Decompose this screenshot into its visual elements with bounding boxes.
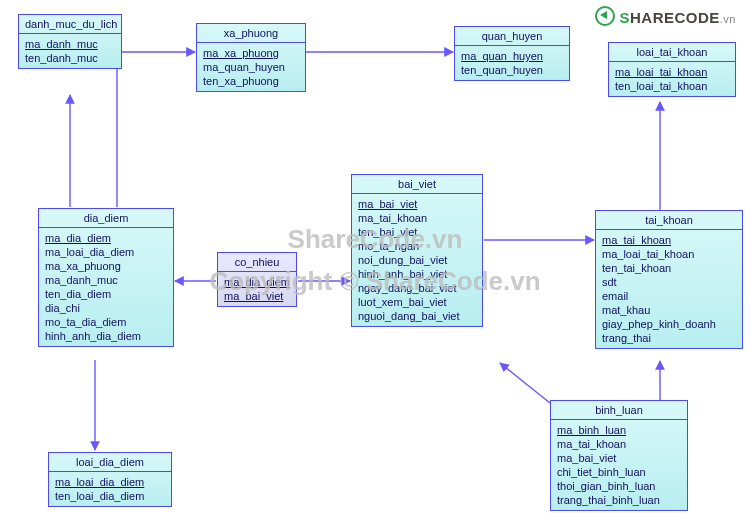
- entity-title: xa_phuong: [197, 24, 305, 43]
- entity-tai-khoan: tai_khoan ma_tai_khoan ma_loai_tai_khoan…: [595, 210, 743, 349]
- entity-title: co_nhieu: [218, 253, 296, 272]
- attr: ma_xa_phuong: [45, 259, 167, 273]
- entity-xa-phuong: xa_phuong ma_xa_phuong ma_quan_huyen ten…: [196, 23, 306, 92]
- attr: hinh_anh_dia_diem: [45, 329, 167, 343]
- attr: trang_thai: [602, 331, 736, 345]
- entity-title: quan_huyen: [455, 27, 569, 46]
- attr: ma_tai_khoan: [358, 211, 476, 225]
- attr: ma_loai_tai_khoan: [602, 247, 736, 261]
- entity-body: ma_dia_diem ma_bai_viet: [218, 272, 296, 306]
- entity-body: ma_dia_diem ma_loai_dia_diem ma_xa_phuon…: [39, 228, 173, 346]
- entity-body: ma_loai_dia_diem ten_loai_dia_diem: [49, 472, 171, 506]
- attr: mo_ta_ngan: [358, 239, 476, 253]
- attr: giay_phep_kinh_doanh: [602, 317, 736, 331]
- entity-title: bai_viet: [352, 175, 482, 194]
- attr: ten_loai_dia_diem: [55, 489, 165, 503]
- attr: trang_thai_binh_luan: [557, 493, 681, 507]
- attr: ma_tai_khoan: [557, 437, 681, 451]
- entity-co-nhieu: co_nhieu ma_dia_diem ma_bai_viet: [217, 252, 297, 307]
- attr: ten_danh_muc: [25, 51, 115, 65]
- attr: ten_dia_diem: [45, 287, 167, 301]
- entity-title: danh_muc_du_lich: [19, 15, 121, 34]
- attr: ma_tai_khoan: [602, 233, 736, 247]
- attr: ngay_dang_bai_viet: [358, 281, 476, 295]
- entity-title: binh_luan: [551, 401, 687, 420]
- attr: mo_ta_dia_diem: [45, 315, 167, 329]
- entity-body: ma_xa_phuong ma_quan_huyen ten_xa_phuong: [197, 43, 305, 91]
- attr: ma_bai_viet: [358, 197, 476, 211]
- attr: nguoi_dang_bai_viet: [358, 309, 476, 323]
- attr: hinh_anh_bai_viet: [358, 267, 476, 281]
- attr: ma_dia_diem: [45, 231, 167, 245]
- entity-body: ma_bai_viet ma_tai_khoan ten_bai_viet mo…: [352, 194, 482, 326]
- attr: sdt: [602, 275, 736, 289]
- attr: ma_quan_huyen: [461, 49, 563, 63]
- attr: dia_chi: [45, 301, 167, 315]
- entity-body: ma_loai_tai_khoan ten_loai_tai_khoan: [609, 62, 735, 96]
- entity-title: tai_khoan: [596, 211, 742, 230]
- attr: ma_quan_huyen: [203, 60, 299, 74]
- entity-loai-dia-diem: loai_dia_diem ma_loai_dia_diem ten_loai_…: [48, 452, 172, 507]
- entity-quan-huyen: quan_huyen ma_quan_huyen ten_quan_huyen: [454, 26, 570, 81]
- logo-suffix: .vn: [720, 13, 736, 25]
- entity-title: loai_tai_khoan: [609, 43, 735, 62]
- brand-logo: SHARECODE.vn: [595, 6, 736, 26]
- attr: email: [602, 289, 736, 303]
- attr: ma_bai_viet: [224, 289, 290, 303]
- attr: ma_binh_luan: [557, 423, 681, 437]
- attr: mat_khau: [602, 303, 736, 317]
- entity-bai-viet: bai_viet ma_bai_viet ma_tai_khoan ten_ba…: [351, 174, 483, 327]
- attr: ma_dia_diem: [224, 275, 290, 289]
- attr: thoi_gian_binh_luan: [557, 479, 681, 493]
- attr: ten_quan_huyen: [461, 63, 563, 77]
- attr: ma_loai_tai_khoan: [615, 65, 729, 79]
- entity-body: ma_tai_khoan ma_loai_tai_khoan ten_tai_k…: [596, 230, 742, 348]
- recycle-icon: [595, 6, 615, 26]
- attr: ten_bai_viet: [358, 225, 476, 239]
- logo-accent: S: [619, 9, 630, 26]
- attr: ma_bai_viet: [557, 451, 681, 465]
- entity-body: ma_danh_muc ten_danh_muc: [19, 34, 121, 68]
- entity-danh-muc-du-lich: danh_muc_du_lich ma_danh_muc ten_danh_mu…: [18, 14, 122, 69]
- attr: luot_xem_bai_viet: [358, 295, 476, 309]
- attr: ten_xa_phuong: [203, 74, 299, 88]
- entity-body: ma_quan_huyen ten_quan_huyen: [455, 46, 569, 80]
- entity-title: dia_diem: [39, 209, 173, 228]
- entity-loai-tai-khoan: loai_tai_khoan ma_loai_tai_khoan ten_loa…: [608, 42, 736, 97]
- logo-text: HARECODE: [630, 9, 720, 26]
- attr: ma_xa_phuong: [203, 46, 299, 60]
- attr: ten_loai_tai_khoan: [615, 79, 729, 93]
- attr: noi_dung_bai_viet: [358, 253, 476, 267]
- attr: ma_loai_dia_diem: [45, 245, 167, 259]
- attr: ma_danh_muc: [45, 273, 167, 287]
- entity-dia-diem: dia_diem ma_dia_diem ma_loai_dia_diem ma…: [38, 208, 174, 347]
- entity-title: loai_dia_diem: [49, 453, 171, 472]
- attr: ten_tai_khoan: [602, 261, 736, 275]
- attr: chi_tiet_binh_luan: [557, 465, 681, 479]
- attr: ma_danh_muc: [25, 37, 115, 51]
- entity-binh-luan: binh_luan ma_binh_luan ma_tai_khoan ma_b…: [550, 400, 688, 511]
- entity-body: ma_binh_luan ma_tai_khoan ma_bai_viet ch…: [551, 420, 687, 510]
- attr: ma_loai_dia_diem: [55, 475, 165, 489]
